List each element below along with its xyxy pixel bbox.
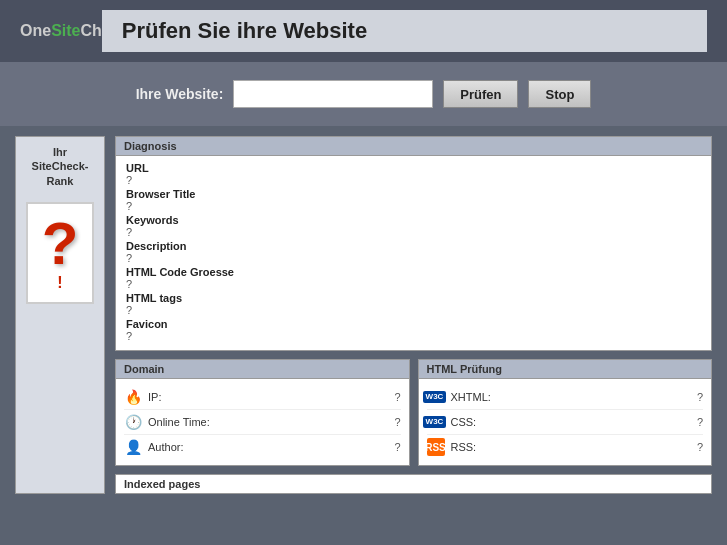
rank-question-mark: ? bbox=[42, 214, 79, 274]
logo-one: One bbox=[20, 22, 51, 39]
onlinetime-value: ? bbox=[381, 416, 401, 428]
diag-label-htmltags: HTML tags bbox=[126, 292, 701, 304]
html-header: HTML Prüfung bbox=[419, 360, 712, 379]
onlinetime-label: Online Time: bbox=[148, 416, 375, 428]
rank-panel: IhrSiteCheck-Rank ? ! bbox=[15, 136, 105, 494]
diag-label-description: Description bbox=[126, 240, 701, 252]
ip-label: IP: bbox=[148, 391, 375, 403]
diag-value-htmltags: ? bbox=[126, 304, 701, 316]
diag-value-htmlsize: ? bbox=[126, 278, 701, 290]
indexed-header: Indexed pages bbox=[124, 478, 703, 490]
header: OneSiteCh Prüfen Sie ihre Website bbox=[0, 0, 727, 62]
logo-ch: Ch bbox=[80, 22, 101, 39]
website-input[interactable] bbox=[233, 80, 433, 108]
main-content: IhrSiteCheck-Rank ? ! Diagnosis URL ? Br… bbox=[0, 126, 727, 504]
table-row: Keywords ? bbox=[126, 214, 701, 238]
diag-label-title: Browser Title bbox=[126, 188, 701, 200]
author-icon: 👤 bbox=[124, 438, 142, 456]
w3c-badge-xhtml: W3C bbox=[423, 391, 447, 403]
table-row: Browser Title ? bbox=[126, 188, 701, 212]
diag-value-url: ? bbox=[126, 174, 701, 186]
list-item: RSS RSS: ? bbox=[427, 435, 704, 459]
xhtml-label: XHTML: bbox=[451, 391, 678, 403]
rss-label: RSS: bbox=[451, 441, 678, 453]
diag-value-description: ? bbox=[126, 252, 701, 264]
author-label: Author: bbox=[148, 441, 375, 453]
diag-label-htmlsize: HTML Code Groesse bbox=[126, 266, 701, 278]
table-row: Favicon ? bbox=[126, 318, 701, 342]
diagnosis-content: URL ? Browser Title ? Keywords ? Descrip… bbox=[116, 156, 711, 350]
html-panel: HTML Prüfung W3C XHTML: ? W3C bbox=[418, 359, 713, 466]
diag-label-url: URL bbox=[126, 162, 701, 174]
diag-value-favicon: ? bbox=[126, 330, 701, 342]
domain-panel: Domain 🔥 IP: ? 🕐 Online Time: ? 👤 Aut bbox=[115, 359, 410, 466]
topbar: Ihre Website: Prüfen Stop bbox=[0, 62, 727, 126]
rss-icon: RSS bbox=[427, 438, 445, 456]
diagnosis-header: Diagnosis bbox=[116, 137, 711, 156]
diag-label-keywords: Keywords bbox=[126, 214, 701, 226]
indexed-panel: Indexed pages bbox=[115, 474, 712, 494]
rank-exclaim-mark: ! bbox=[57, 274, 62, 292]
stop-button[interactable]: Stop bbox=[528, 80, 591, 108]
list-item: 👤 Author: ? bbox=[124, 435, 401, 459]
css-value: ? bbox=[683, 416, 703, 428]
table-row: HTML tags ? bbox=[126, 292, 701, 316]
table-row: URL ? bbox=[126, 162, 701, 186]
xhtml-value: ? bbox=[683, 391, 703, 403]
css-w3c-icon: W3C bbox=[427, 413, 445, 431]
diag-value-title: ? bbox=[126, 200, 701, 212]
list-item: 🔥 IP: ? bbox=[124, 385, 401, 410]
table-row: Description ? bbox=[126, 240, 701, 264]
rss-value: ? bbox=[683, 441, 703, 453]
ip-icon: 🔥 bbox=[124, 388, 142, 406]
domain-content: 🔥 IP: ? 🕐 Online Time: ? 👤 Author: ? bbox=[116, 379, 409, 465]
css-label: CSS: bbox=[451, 416, 678, 428]
list-item: W3C XHTML: ? bbox=[427, 385, 704, 410]
ip-value: ? bbox=[381, 391, 401, 403]
author-value: ? bbox=[381, 441, 401, 453]
website-label: Ihre Website: bbox=[136, 86, 224, 102]
table-row: HTML Code Groesse ? bbox=[126, 266, 701, 290]
diag-label-favicon: Favicon bbox=[126, 318, 701, 330]
logo-site: Site bbox=[51, 22, 80, 39]
xhtml-w3c-icon: W3C bbox=[427, 388, 445, 406]
page-title: Prüfen Sie ihre Website bbox=[102, 10, 707, 52]
html-content: W3C XHTML: ? W3C CSS: ? bbox=[419, 379, 712, 465]
logo: OneSiteCh bbox=[20, 22, 102, 40]
list-item: 🕐 Online Time: ? bbox=[124, 410, 401, 435]
diag-value-keywords: ? bbox=[126, 226, 701, 238]
onlinetime-icon: 🕐 bbox=[124, 413, 142, 431]
w3c-badge-css: W3C bbox=[423, 416, 447, 428]
diagnosis-panel: Diagnosis URL ? Browser Title ? Keywords… bbox=[115, 136, 712, 351]
rank-label: IhrSiteCheck-Rank bbox=[32, 145, 89, 188]
domain-header: Domain bbox=[116, 360, 409, 379]
check-button[interactable]: Prüfen bbox=[443, 80, 518, 108]
list-item: W3C CSS: ? bbox=[427, 410, 704, 435]
right-panels: Diagnosis URL ? Browser Title ? Keywords… bbox=[115, 136, 712, 494]
bottom-row: Domain 🔥 IP: ? 🕐 Online Time: ? 👤 Aut bbox=[115, 359, 712, 466]
